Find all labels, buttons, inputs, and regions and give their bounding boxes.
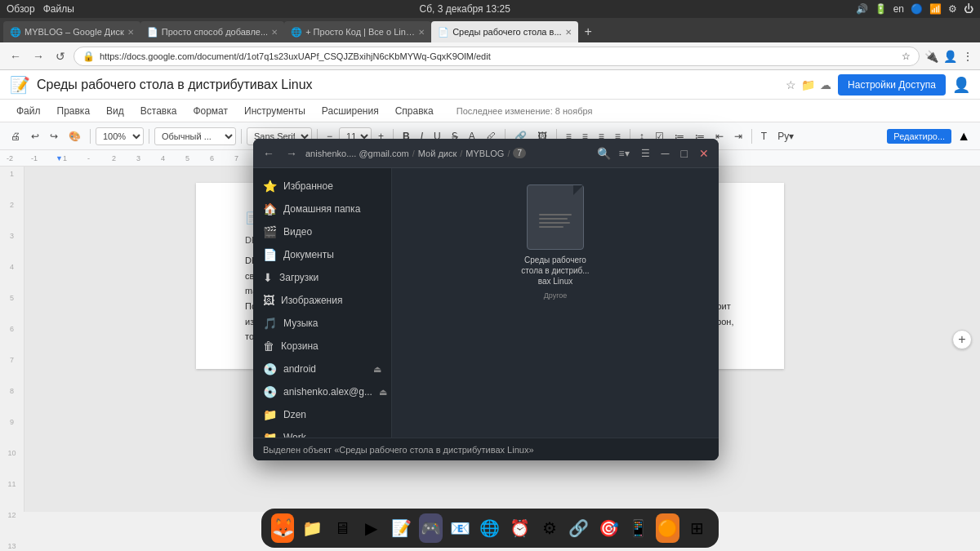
back-btn[interactable]: ← <box>7 48 24 64</box>
eject-btn[interactable]: ⏏ <box>373 364 381 375</box>
eject-btn[interactable]: ⏏ <box>379 387 387 398</box>
tab-close-btn[interactable]: ✕ <box>418 28 425 37</box>
sidebar-item-downloads[interactable]: ⬇ Загрузки <box>253 266 391 289</box>
taskbar-mail-icon[interactable]: 📧 <box>449 513 472 543</box>
menu-format[interactable]: Формат <box>186 104 234 118</box>
taskbar-orange-icon[interactable]: 🟠 <box>656 513 679 543</box>
taskbar-phone-icon[interactable]: 📱 <box>626 513 649 543</box>
drive-icon: 💿 <box>263 362 277 375</box>
profile-icon[interactable]: 👤 <box>943 50 957 63</box>
style-select[interactable]: Обычный ... <box>154 127 236 145</box>
sidebar-label: Избранное <box>283 180 333 192</box>
tab-myblog[interactable]: 🌐 MYBLOG – Google Диск ✕ <box>3 21 140 42</box>
move-icon[interactable]: 📁 <box>801 78 815 91</box>
taskbar-settings-icon[interactable]: ⚙ <box>537 513 560 543</box>
power-icon[interactable]: ⏻ <box>964 3 973 15</box>
ruler-triangle[interactable]: ▼ <box>56 154 63 162</box>
toggle-toolbar-btn[interactable]: ▲ <box>954 129 973 144</box>
breadcrumb-mydisk[interactable]: Мой диск <box>418 149 457 158</box>
undo-btn[interactable]: ↩ <box>27 128 43 144</box>
menu-edit[interactable]: Правка <box>51 104 97 118</box>
taskbar-terminal-icon[interactable]: 🖥 <box>331 513 354 543</box>
overview-btn[interactable]: Обзор <box>7 3 35 15</box>
fm-list-view-btn[interactable]: ☰ <box>638 146 653 161</box>
sidebar-item-documents[interactable]: 📄 Документы <box>253 243 391 266</box>
network-icon[interactable]: 📶 <box>929 3 942 15</box>
add-comment-btn[interactable]: + <box>952 330 972 349</box>
access-settings-btn[interactable]: Настройки Доступа <box>838 74 946 96</box>
fm-back-btn[interactable]: ← <box>260 145 278 162</box>
tab-close-btn[interactable]: ✕ <box>127 28 134 37</box>
menu-extensions[interactable]: Расширения <box>315 104 385 118</box>
taskbar-target-icon[interactable]: 🎯 <box>597 513 620 543</box>
sidebar-label: Корзина <box>281 340 318 352</box>
tab-close-btn[interactable]: ✕ <box>565 28 572 37</box>
menu-icon[interactable]: ⋮ <box>962 50 973 63</box>
settings-icon[interactable]: ⚙ <box>948 3 957 15</box>
menu-insert[interactable]: Вставка <box>134 104 184 118</box>
paintformat-btn[interactable]: 🎨 <box>65 128 85 144</box>
bookmark-icon[interactable]: ☆ <box>902 51 911 62</box>
sidebar-item-video[interactable]: 🎬 Видео <box>253 220 391 243</box>
taskbar-game-icon[interactable]: 🎮 <box>419 513 442 543</box>
menu-tools[interactable]: Инструменты <box>238 104 312 118</box>
fm-forward-btn[interactable]: → <box>283 145 301 162</box>
taskbar-browser-icon[interactable]: 🌐 <box>479 513 501 543</box>
sidebar-label: Домашняя папка <box>283 203 360 215</box>
url-box[interactable]: 🔒 https://docs.google.com/document/d/1ot… <box>74 47 920 66</box>
taskbar-media-icon[interactable]: ▶ <box>360 513 383 543</box>
fm-sort-btn[interactable]: ≡▾ <box>616 146 633 161</box>
breadcrumb-email[interactable]: anishenko.... @gmail.com <box>305 149 409 158</box>
sidebar-item-images[interactable]: 🖼 Изображения <box>253 289 391 312</box>
taskbar-firefox-icon[interactable]: 🦊 <box>271 513 294 543</box>
zoom-select[interactable]: 100% <box>96 127 144 145</box>
file-item-sredy[interactable]: Среды рабочего стола в дистриб... вах Li… <box>519 184 592 300</box>
lang-indicator[interactable]: en <box>893 3 904 15</box>
tab-sredy[interactable]: 📄 Среды рабочего стола в... ✕ <box>431 21 577 42</box>
tab-prosto-code[interactable]: 🌐 + Просто Код | Все о Linux... ✕ <box>284 21 431 42</box>
taskbar-files-icon[interactable]: 📁 <box>301 513 323 543</box>
taskbar-grid-icon[interactable]: ⊞ <box>686 513 709 543</box>
menu-view[interactable]: Вид <box>100 104 131 118</box>
sidebar-item-dzen[interactable]: 📁 Dzen <box>253 403 391 426</box>
extensions-icon[interactable]: 🔌 <box>924 50 938 63</box>
fm-close-btn[interactable]: ✕ <box>696 145 712 162</box>
sidebar-item-anishenko[interactable]: 💿 anishenko.alex@g... ⏏ <box>253 380 391 403</box>
indent-more-btn[interactable]: ⇥ <box>730 128 746 144</box>
sidebar-item-android[interactable]: 💿 android ⏏ <box>253 358 391 380</box>
fm-maximize-btn[interactable]: □ <box>678 145 691 162</box>
tab-close-btn[interactable]: ✕ <box>271 28 278 37</box>
refresh-btn[interactable]: ↺ <box>52 48 69 64</box>
new-tab-btn[interactable]: + <box>578 21 599 42</box>
more-options-btn[interactable]: Ру▾ <box>773 128 798 144</box>
breadcrumb-myblog[interactable]: MYBLOG <box>466 149 504 158</box>
redo-btn[interactable]: ↪ <box>46 128 62 144</box>
sidebar-item-music[interactable]: 🎵 Музыка <box>253 312 391 335</box>
volume-icon[interactable]: 🔊 <box>856 3 868 15</box>
taskbar-notes-icon[interactable]: 📝 <box>390 513 412 543</box>
forward-btn[interactable]: → <box>29 48 47 64</box>
sidebar-item-izbrannoye[interactable]: ⭐ Избранное <box>253 175 391 198</box>
sidebar-item-trash[interactable]: 🗑 Корзина <box>253 335 391 358</box>
clear-format-btn[interactable]: Т <box>757 128 771 144</box>
download-icon: ⬇ <box>263 271 273 284</box>
docs-title-icons: ☆ 📁 ☁ <box>786 78 831 91</box>
user-profile-icon[interactable]: 👤 <box>952 76 970 94</box>
bluetooth-icon[interactable]: 🔵 <box>911 3 923 15</box>
fm-search-btn[interactable]: 🔍 <box>597 147 611 160</box>
taskbar-puzzle-icon[interactable]: 🔗 <box>568 513 590 543</box>
files-btn[interactable]: Файлы <box>43 3 74 15</box>
print-btn[interactable]: 🖨 <box>7 128 24 144</box>
fm-sidebar: ⭐ Избранное 🏠 Домашняя папка 🎬 Видео 📄 Д… <box>253 168 392 438</box>
star-icon[interactable]: ☆ <box>786 78 796 91</box>
menu-help[interactable]: Справка <box>389 104 440 118</box>
taskbar-clock-icon[interactable]: ⏰ <box>508 513 531 543</box>
cloud-icon[interactable]: ☁ <box>820 78 831 91</box>
battery-icon[interactable]: 🔋 <box>875 3 887 15</box>
edit-mode-btn[interactable]: Редактиро... <box>887 129 951 144</box>
tab-prosto-sposob[interactable]: 📄 Просто способ добавле... ✕ <box>140 21 284 42</box>
fm-minimize-btn[interactable]: ─ <box>658 145 673 162</box>
sidebar-item-home[interactable]: 🏠 Домашняя папка <box>253 198 391 220</box>
menu-file[interactable]: Файл <box>10 104 47 118</box>
sidebar-item-work[interactable]: 📁 Work <box>253 426 391 438</box>
